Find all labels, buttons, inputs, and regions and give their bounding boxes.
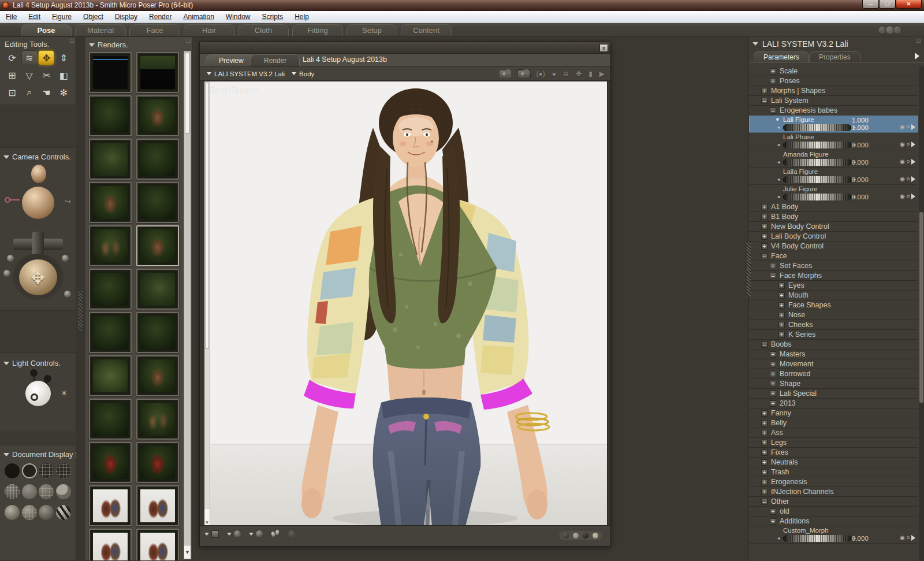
expand-box-icon[interactable]: + <box>770 371 776 377</box>
room-tab-material[interactable]: Material <box>75 24 126 36</box>
render-thumbnail[interactable] <box>136 529 179 561</box>
param-group-boobs[interactable]: –Boobs <box>749 340 918 350</box>
room-tab-face[interactable]: Face <box>129 24 180 36</box>
morphing-tool-icon[interactable]: ✻ <box>56 86 71 99</box>
collapse-box-icon[interactable]: – <box>761 253 767 259</box>
parameter-dial[interactable] <box>783 124 851 131</box>
render-thumbnail[interactable] <box>136 355 179 396</box>
render-thumbnail[interactable] <box>89 225 132 266</box>
rotate-tool-icon[interactable]: ⟳ <box>5 51 20 65</box>
restore-button[interactable]: ❐ <box>879 0 896 9</box>
display-style-texture-shaded-icon[interactable] <box>56 505 71 520</box>
param-group-a1-body[interactable]: +A1 Body <box>749 202 918 212</box>
display-style-hidden-line-icon[interactable] <box>56 463 71 478</box>
menu-file[interactable]: File <box>0 12 23 22</box>
grouping-tool-icon[interactable]: ☚ <box>39 86 54 99</box>
param-dial-lali-figure[interactable]: Lali Figure1.000◂▸1.000◉ <box>749 116 918 133</box>
expand-box-icon[interactable]: + <box>778 292 785 299</box>
parameters-panel-header[interactable]: LALI SYSTEM V3.2 Lali <box>752 39 848 49</box>
panel-expand-arrow-icon[interactable] <box>915 53 919 60</box>
sidebar-resize-gutter[interactable] <box>76 36 85 561</box>
expand-arrow-icon[interactable]: ▶ <box>599 70 605 78</box>
param-group-face-shapes[interactable]: +Face Shapes <box>749 300 918 310</box>
collapse-triangle-icon[interactable] <box>89 43 95 47</box>
expand-box-icon[interactable]: + <box>761 410 767 417</box>
param-group-lali-body-control[interactable]: +Lali Body Control <box>749 232 918 242</box>
render-thumbnail[interactable] <box>89 485 132 526</box>
render-thumbnail[interactable] <box>89 355 132 396</box>
param-group-face[interactable]: –Face <box>749 251 918 261</box>
light-knob-1-icon[interactable] <box>30 369 38 377</box>
scroll-down-icon[interactable]: ▼ <box>204 508 210 525</box>
param-dial-lali-phase[interactable]: Lali Phase◂▸0.000◉ <box>749 133 918 150</box>
display-style-smooth-lined-icon[interactable] <box>39 505 54 520</box>
param-group-b1-body[interactable]: +B1 Body <box>749 212 918 222</box>
light-knob-2-icon[interactable] <box>44 375 51 382</box>
param-group-fixes[interactable]: +Fixes <box>749 448 918 458</box>
element-style-dropdown[interactable] <box>249 530 263 537</box>
dial-options-icon[interactable]: ◉ <box>900 124 905 130</box>
footprints-icon[interactable] <box>271 530 280 538</box>
room-tab-pose[interactable]: Pose <box>21 24 72 36</box>
minimize-button[interactable]: — <box>862 0 879 9</box>
param-group-ass[interactable]: +Ass <box>749 428 918 438</box>
room-tab-cloth[interactable]: Cloth <box>238 24 289 36</box>
expand-box-icon[interactable]: + <box>778 332 785 338</box>
param-group-face-morphs[interactable]: –Face Morphs <box>749 271 918 281</box>
collapse-box-icon[interactable]: – <box>761 98 767 104</box>
param-group-lali-special[interactable]: +Lali Special <box>749 389 918 399</box>
scroll-down-icon[interactable]: ▼ <box>184 545 191 559</box>
expand-box-icon[interactable]: + <box>770 518 776 525</box>
document-close-icon[interactable]: x <box>599 44 608 52</box>
dial-left-arrow-icon[interactable]: ◂ <box>777 142 780 147</box>
magnify-tool-icon[interactable]: ⌕ <box>22 86 37 99</box>
collapse-triangle-icon[interactable] <box>752 42 758 46</box>
sphere-icon[interactable]: ● <box>552 70 556 78</box>
dial-left-arrow-icon[interactable]: ◂ <box>777 177 780 182</box>
expand-box-icon[interactable]: + <box>761 420 767 426</box>
expand-box-icon[interactable]: + <box>761 204 767 210</box>
param-group-other[interactable]: –Other <box>749 497 918 507</box>
param-group-injection-channels[interactable]: +INJection Channels <box>749 487 918 497</box>
expand-box-icon[interactable]: + <box>778 312 785 318</box>
param-group-borrowed[interactable]: +Borrowed <box>749 369 918 379</box>
expand-box-icon[interactable]: + <box>770 508 776 515</box>
param-group-fanny[interactable]: +Fanny <box>749 408 918 418</box>
expand-box-icon[interactable]: + <box>778 322 785 328</box>
menu-window[interactable]: Window <box>220 12 256 22</box>
param-group-shape[interactable]: +Shape <box>749 379 918 389</box>
parameter-dial[interactable] <box>783 159 851 166</box>
animating-key-icon[interactable] <box>5 197 20 202</box>
canvas-vertical-scrollbar[interactable]: ▼ <box>204 81 210 525</box>
figure-style-dropdown[interactable] <box>227 530 241 537</box>
display-style-lit-wireframe-icon[interactable] <box>5 484 20 499</box>
param-group-cheeks[interactable]: +Cheeks <box>749 320 918 330</box>
expand-box-icon[interactable]: + <box>770 400 776 407</box>
param-group-legs[interactable]: +Legs <box>749 438 918 448</box>
dial-left-arrow-icon[interactable]: ◂ <box>777 536 780 541</box>
display-style-flat-lined-icon[interactable] <box>39 484 54 499</box>
display-style-cartoon-icon[interactable] <box>5 505 20 520</box>
display-style-wireframe-icon[interactable] <box>39 463 54 478</box>
translate-in-out-tool-icon[interactable]: ⇕ <box>56 51 71 65</box>
parameter-dial[interactable] <box>783 194 851 200</box>
camera-trackball-icon[interactable]: ✥ <box>19 259 57 295</box>
expand-box-icon[interactable]: + <box>761 489 767 495</box>
render-thumbnail[interactable] <box>136 52 179 93</box>
dial-menu-arrow-icon[interactable] <box>911 124 915 130</box>
param-group-old[interactable]: +old <box>749 507 918 517</box>
page-dot[interactable] <box>593 533 598 538</box>
dial-left-arrow-icon[interactable]: ◂ <box>777 194 780 199</box>
collapse-box-icon[interactable]: – <box>761 341 767 348</box>
twist-tool-icon[interactable]: ≋ <box>22 51 37 65</box>
display-style-flat-shaded-icon[interactable] <box>22 484 37 499</box>
scrollbar-thumb[interactable] <box>185 53 190 133</box>
view-magnifier-tool-icon[interactable]: ⊡ <box>5 86 20 99</box>
render-thumbnail[interactable] <box>136 399 179 440</box>
room-tab-setup[interactable]: Setup <box>346 24 397 36</box>
render-thumbnail[interactable] <box>89 139 132 180</box>
dial-menu-arrow-icon[interactable] <box>911 176 915 182</box>
panel-menu-icon[interactable] <box>70 39 74 43</box>
tab-render[interactable]: Render <box>251 54 300 66</box>
camera-rotate-icon[interactable]: ↪ <box>65 197 71 206</box>
